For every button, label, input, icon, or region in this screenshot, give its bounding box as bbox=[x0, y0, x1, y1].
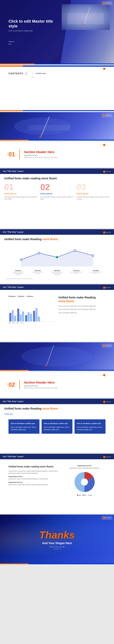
slide-main-title: Unified fonts make reading more fluent bbox=[4, 177, 110, 180]
logo-text: 矩门PPT bbox=[106, 517, 111, 519]
bar-3-3 bbox=[30, 314, 32, 322]
box-body-3: Click to edit Master subtitle style. Cli… bbox=[77, 426, 103, 431]
svg-marker-13 bbox=[21, 251, 93, 266]
layout-header: Use "Title Only" Layout bbox=[0, 454, 114, 459]
text-column: Unified fonts make Reading more fluent. … bbox=[58, 296, 106, 315]
chart-column: 图例名称1 图例名称2 图例名称3 bbox=[8, 296, 56, 324]
chart-labels: Text here I get premium content in these… bbox=[8, 270, 106, 275]
layout-label: Use "Title Only" Layout bbox=[3, 456, 23, 458]
slide-pie-chart: Use "Title Only" Layout 矩门PPT Unified fo… bbox=[0, 454, 114, 514]
bar-label-4: 系列4 bbox=[20, 322, 23, 324]
box-body-2: Click to edit Master subtitle style. Cli… bbox=[44, 426, 70, 431]
logo-badge: 矩门PPT bbox=[102, 231, 112, 234]
label-sub-5: I get premium content in these life bbox=[89, 272, 103, 274]
blue-photo-bg bbox=[0, 112, 114, 140]
pen-illustration bbox=[62, 4, 110, 30]
toc-num-2: 2 bbox=[32, 76, 34, 78]
svg-rect-6 bbox=[28, 125, 71, 130]
legend-dot-3 bbox=[26, 296, 27, 297]
logo-icon bbox=[103, 344, 105, 347]
col-1: 01 Click to add text Amet neque conubia … bbox=[4, 183, 38, 200]
thanks-title: Thanks bbox=[39, 529, 75, 541]
thanks-slogan: Special name and title bbox=[49, 546, 65, 548]
bar-1-1 bbox=[9, 313, 11, 322]
slide-content: Unified fonts make reading more fluent. … bbox=[0, 459, 114, 502]
section-divider bbox=[19, 380, 20, 390]
col-link-3: Click to add text bbox=[76, 193, 110, 194]
section-sub1: Supporting text here bbox=[24, 385, 58, 387]
chart-footer: I get premium content in these life with… bbox=[4, 278, 110, 279]
thanks-subtitle: And Your Slogan Here bbox=[42, 542, 72, 545]
label-sub-3: I get premium content in these life with… bbox=[50, 272, 64, 275]
pie-legend-3: 25% bbox=[88, 494, 92, 496]
svg-point-5 bbox=[39, 136, 41, 138]
bar-label-2: 系列2 bbox=[12, 322, 15, 324]
legend-label-3: 图例名称3 bbox=[27, 296, 33, 297]
logo-icon bbox=[103, 2, 105, 4]
logo-text: 矩门PPT bbox=[106, 232, 111, 234]
line-chart-svg bbox=[8, 246, 106, 268]
logo-badge: 矩门PPT bbox=[102, 67, 112, 70]
bar-2-2 bbox=[20, 314, 22, 322]
label-title-1: Text here bbox=[11, 270, 25, 272]
signature-label: Signature bbox=[8, 40, 57, 43]
section-number: 02 bbox=[8, 382, 15, 388]
section-number-block: / 02 bbox=[7, 382, 15, 388]
legend-label-1: 图例名称1 bbox=[10, 296, 16, 297]
bar-4-2 bbox=[36, 308, 38, 322]
box-body-1: Click to edit Master subtitle style. Cli… bbox=[11, 426, 37, 431]
title-text: Unified fonts make Reading bbox=[4, 407, 41, 410]
legend-item-1: 图例名称1 bbox=[8, 296, 16, 298]
box-2: Click to edit Master subtitle style. Cli… bbox=[42, 419, 73, 434]
logo-icon bbox=[103, 286, 105, 289]
bar-label-1: 系列1 bbox=[8, 322, 11, 324]
svg-point-2 bbox=[83, 24, 84, 26]
section-number-block: / 01 bbox=[7, 151, 15, 157]
slide-subtitle: Subtitle Here bbox=[4, 413, 110, 415]
photo-desk-decor bbox=[62, 4, 110, 30]
pie-side: Supporting text here: I get premium cont… bbox=[63, 465, 106, 496]
col-number-1: 01 bbox=[4, 183, 38, 192]
logo-text: 矩门PPT bbox=[106, 287, 111, 288]
logo-badge: 矩门PPT bbox=[102, 344, 112, 348]
label-sub-2: I get premium content in these life bbox=[31, 272, 45, 274]
logo-badge: 矩门PPT bbox=[102, 170, 112, 174]
layout-label: Use "Title Only" Layout bbox=[3, 170, 23, 172]
bar-labels: 系列1 系列2 系列3 系列4 bbox=[8, 322, 56, 324]
layout-header: Use "Title Only" Layout bbox=[0, 168, 114, 174]
box-title-1: Click to edit Master subtitle style. bbox=[11, 422, 37, 425]
slide-content: Unified fonts make reading more fluent 0… bbox=[0, 174, 114, 203]
logo-text: 矩门PPT bbox=[106, 114, 111, 116]
title-highlight: more fluent. bbox=[42, 407, 58, 410]
logo-icon bbox=[103, 456, 105, 458]
chart-label-4: Text here I get premium content in these… bbox=[69, 270, 83, 275]
pie-top-label: Supporting text here: bbox=[77, 465, 92, 466]
section-header: Section Header Here bbox=[24, 381, 58, 384]
slide-title: 矩门PPT Click to edit Master title style C… bbox=[0, 0, 114, 64]
slide-section-01: 矩门PPT / 01 Section Header Here Supportin… bbox=[0, 142, 114, 167]
logo-icon bbox=[103, 144, 105, 146]
bar-1-3 bbox=[14, 316, 16, 322]
slide-content: 图例名称1 图例名称2 图例名称3 bbox=[0, 290, 114, 330]
legend-dot-1 bbox=[8, 296, 10, 297]
slide-blue-photo-2: 矩门PPT bbox=[0, 342, 114, 371]
pie-layout: Unified fonts make reading more fluent. … bbox=[4, 462, 110, 499]
slide-bar-chart: Use "Title Only" Layout 矩门PPT 图例名称1 图例名称… bbox=[0, 284, 114, 341]
bar-group-4 bbox=[33, 308, 40, 322]
bar-2-1 bbox=[17, 309, 19, 322]
col-link-2: Click to add text bbox=[40, 193, 73, 194]
three-columns: 01 Click to add text Amet neque conubia … bbox=[4, 183, 110, 200]
pie-legend-1: 35% bbox=[77, 494, 81, 496]
box-title-3: Click to edit Master subtitle style. bbox=[77, 422, 103, 425]
col-body-1: Amet neque conubia tristique integer nis… bbox=[4, 196, 38, 200]
date-label: Date bbox=[8, 43, 57, 46]
pie-legend-2: 40% bbox=[82, 494, 87, 496]
logo-text: 矩门PPT bbox=[106, 401, 111, 403]
chart-label-2: Text here I get premium content in these… bbox=[31, 270, 45, 275]
pie-dot-1 bbox=[77, 494, 78, 496]
svg-point-17 bbox=[81, 478, 88, 486]
bottom-accent-bar bbox=[0, 110, 114, 111]
logo-text: 矩门PPT bbox=[106, 144, 111, 146]
pie-text-title: Unified fonts make reading more fluent. bbox=[8, 465, 59, 468]
bar-2-3 bbox=[22, 312, 24, 322]
